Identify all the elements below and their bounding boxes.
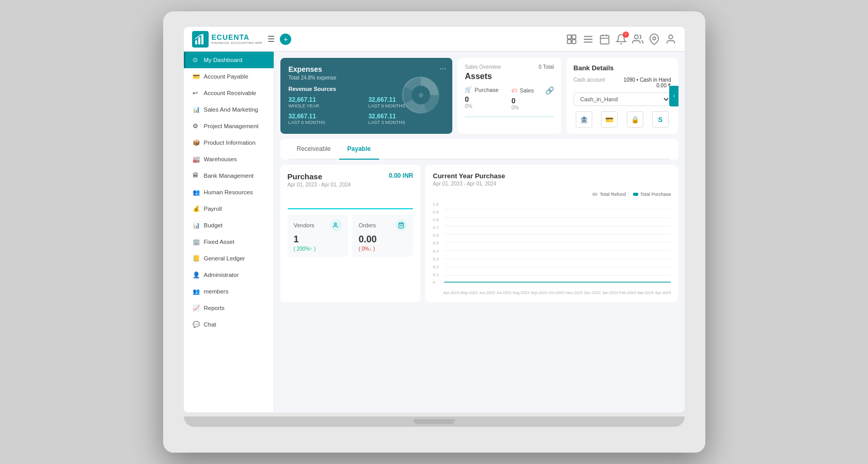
asset-icon: 🏢: [193, 238, 200, 245]
cash-label: Cash account: [574, 77, 605, 83]
sales-icon: 📊: [193, 106, 200, 113]
expense-period-2: Last 6 Months: [289, 120, 365, 125]
brand-tagline: FINANCIAL ACCOUNTING ERP: [212, 41, 263, 45]
bank-account-row: Cash account 1090 • Cash in Hand 0.00 ₹: [574, 77, 671, 88]
sales-overview-label: Sales Overview: [465, 64, 500, 70]
sidebar-item-warehouses[interactable]: 🏭 Warehouses: [184, 151, 274, 167]
sidebar-item-dashboard[interactable]: ⊙ My Dashboard: [184, 52, 274, 68]
budget-icon: 📊: [193, 222, 200, 229]
sidebar-item-account-payable[interactable]: 💳 Account Payable: [184, 68, 274, 85]
sales-value: 0: [511, 97, 554, 105]
sidebar-item-project-management[interactable]: ⚙ Project Management: [184, 118, 274, 134]
sidebar-item-human-resources[interactable]: 👥 Human Resources: [184, 184, 274, 200]
vendors-value: 1: [294, 234, 342, 245]
bank-card-button[interactable]: 💳: [601, 111, 618, 128]
payable-icon: 💳: [193, 73, 200, 80]
main-content: ··· Expenses Total 24.8% expense Revenue…: [274, 52, 685, 412]
orders-header: Orders: [358, 220, 407, 231]
notification-icon[interactable]: 7: [616, 34, 627, 45]
sidebar-item-account-receivable[interactable]: ↩ Account Receivable: [184, 85, 274, 101]
profile-icon[interactable]: [665, 34, 676, 45]
sidebar-item-reports[interactable]: 📈 Reports: [184, 300, 274, 316]
sidebar: ⊙ My Dashboard 💳 Account Payable ↩ Accou…: [184, 52, 274, 412]
bank-account-select[interactable]: Cash_in_Hand: [574, 92, 671, 106]
notification-badge: 7: [623, 32, 629, 38]
receivable-icon: ↩: [193, 89, 200, 97]
expense-stat-whole-year: 32,667.11 Whole Year: [289, 96, 365, 109]
payroll-icon: 💰: [193, 205, 200, 212]
svg-point-15: [634, 35, 638, 38]
add-button[interactable]: +: [280, 34, 291, 45]
bank-details-card: Bank Details Cash account 1090 • Cash in…: [566, 58, 678, 134]
sidebar-item-bank-management[interactable]: 🏛 Bank Management: [184, 167, 274, 184]
svg-text:◎: ◎: [419, 92, 423, 98]
svg-rect-5: [572, 35, 575, 38]
purchase-title: Purchase: [288, 172, 323, 181]
cash-amount: 0.00 ₹: [624, 83, 671, 88]
purchase-header: 🛒 Purchase: [465, 86, 507, 93]
bank-actions: 🏦 💳 🔒 S: [574, 111, 671, 128]
pie-chart: ◎: [398, 72, 444, 120]
bank-account-info: 1090 • Cash in Hand 0.00 ₹: [624, 77, 671, 88]
sidebar-item-product-information[interactable]: 📦 Product Information: [184, 134, 274, 151]
legend-purchase: Total Purchase: [633, 192, 671, 197]
orders-label: Orders: [358, 222, 376, 228]
topbar: ECUENTA FINANCIAL ACCOUNTING ERP ☰ +: [184, 27, 685, 52]
refund-dot: [592, 193, 597, 196]
bank-transfer-button[interactable]: 🏦: [576, 111, 592, 128]
sidebar-item-chat[interactable]: 💬 Chat: [184, 316, 274, 333]
expense-period-0: Whole Year: [289, 103, 365, 109]
calendar-icon[interactable]: [599, 34, 610, 45]
sidebar-item-fixed-asset[interactable]: 🏢 Fixed Asset: [184, 234, 274, 250]
logo: ECUENTA FINANCIAL ACCOUNTING ERP: [192, 31, 263, 48]
bank-lock-button[interactable]: 🔒: [627, 111, 643, 128]
purchase-date: Apr 01, 2023 - Apr 01, 2024: [288, 182, 414, 188]
svg-rect-2: [198, 37, 200, 44]
list-icon[interactable]: [582, 34, 594, 45]
bank-icon: 🏛: [193, 172, 200, 179]
employees-icon[interactable]: [566, 34, 577, 45]
logo-text: ECUENTA FINANCIAL ACCOUNTING ERP: [212, 34, 263, 45]
svg-rect-4: [567, 35, 571, 38]
svg-rect-7: [572, 39, 575, 43]
users-icon[interactable]: [632, 34, 643, 45]
tab-payable[interactable]: Payable: [339, 139, 379, 159]
bank-s-button[interactable]: S: [652, 111, 669, 128]
sidebar-item-general-ledger[interactable]: 📒 General Ledger: [184, 250, 274, 267]
location-icon[interactable]: [649, 34, 660, 45]
orders-metric: Orders 0.00 ( 0%↓ ): [352, 214, 413, 257]
reports-icon: 📈: [193, 304, 200, 312]
tab-receiveable[interactable]: Receiveable: [289, 139, 339, 159]
bank-expand-button[interactable]: ‹: [669, 86, 678, 106]
product-icon: 📦: [193, 139, 200, 146]
sidebar-item-budget[interactable]: 📊 Budget: [184, 217, 274, 234]
logo-icon: [192, 31, 209, 48]
svg-rect-11: [600, 35, 609, 44]
vendors-label: Vendors: [294, 222, 314, 228]
sales-pct: 0%: [511, 105, 554, 111]
hamburger-button[interactable]: ☰: [267, 34, 275, 44]
svg-point-17: [669, 35, 672, 38]
sidebar-item-members[interactable]: 👥 members: [184, 283, 274, 300]
chart-date: Apr 01, 2023 - Apr 01, 2024: [433, 181, 671, 187]
tabs-row: Receiveable Payable: [289, 139, 670, 160]
sales-tag-icon: 🏷: [511, 87, 517, 94]
sidebar-item-administrator[interactable]: 👤 Administrator: [184, 267, 274, 283]
purchase-column: 🛒 Purchase 0 0%: [465, 86, 507, 111]
topbar-icons: 7: [566, 34, 676, 45]
purchase-line: [288, 208, 414, 209]
sales-link-icon[interactable]: 🔗: [545, 86, 554, 95]
chat-icon: 💬: [193, 321, 200, 328]
purchase-amount: 0.00 INR: [389, 172, 413, 179]
sidebar-item-sales-marketing[interactable]: 📊 Sales And Marketing: [184, 101, 274, 118]
svg-rect-1: [195, 40, 197, 44]
topbar-left: ECUENTA FINANCIAL ACCOUNTING ERP ☰ +: [192, 31, 292, 48]
bank-title: Bank Details: [574, 64, 671, 72]
sidebar-item-payroll[interactable]: 💰 Payroll: [184, 200, 274, 217]
vendors-change: ( 200%↑ ): [294, 246, 342, 252]
assets-progress-bar: [465, 116, 554, 118]
assets-header: Sales Overview 0 Total: [465, 64, 554, 70]
purchase-value: 0: [465, 95, 507, 103]
expense-amount-0: 32,667.11: [289, 96, 365, 103]
sales-header: 🏷 Sales 🔗: [511, 86, 554, 95]
